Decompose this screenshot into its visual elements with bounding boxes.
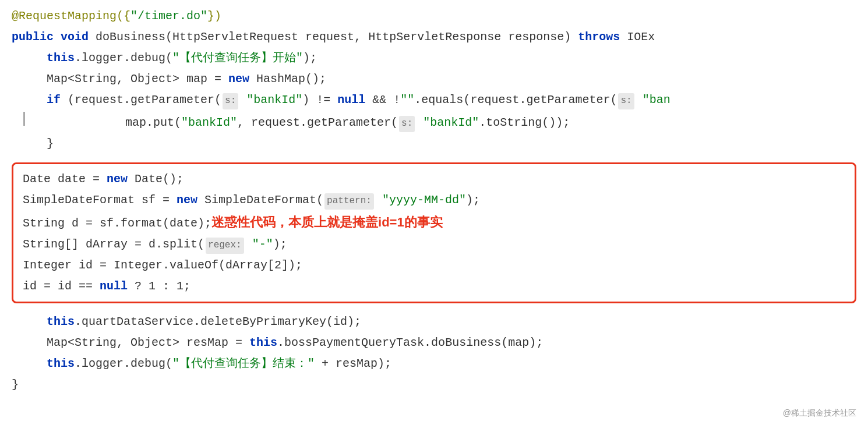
code-line-logger-start: this.logger.debug("【代付查询任务】开始"); [12,48,856,69]
code-line-close-method: } [12,374,856,395]
code-line-map: Map<String, Object> map = new HashMap(); [12,69,856,90]
kw-null-ternary: null [100,277,128,296]
code-line-logger-end: this.logger.debug("【代付查询任务】结束：" + resMap… [12,353,856,374]
code-line-method-sig: public void doBusiness(HttpServletReques… [12,27,856,48]
pipe-bar [23,112,25,126]
string-start: "【代付查询任务】开始" [172,49,303,68]
string-bankId-3: "bankId" [423,114,479,132]
code-line-pipe: map.put("bankId", request.getParameter(s… [12,111,856,133]
kw-this-3: this [249,334,277,352]
annotation-text: @RequestMapping({ [12,7,130,26]
string-bankId-1: "bankId" [246,91,302,109]
kw-this-1: this [47,49,75,68]
kw-void: void [61,28,89,47]
code-line-delete: this.quartDataService.deleteByPrimaryKey… [12,311,856,332]
kw-this-4: this [47,355,75,373]
string-empty: "" [400,91,414,109]
kw-new-date: new [107,170,128,189]
watermark: @稀土掘金技术社区 [783,406,856,419]
code-line-annotation: @RequestMapping({"/timer.do"}) [12,6,856,27]
string-bankId-2: "bankId" [181,114,237,132]
code-line-if: if (request.getParameter(s: "bankId") !=… [12,90,856,111]
box-line-date: Date date = new Date(); [23,169,845,190]
highlighted-code-box: Date date = new Date(); SimpleDateFormat… [12,162,856,303]
box-line-split: String[] dArray = d.split(regex: "-"); [23,234,845,255]
string-dash: "-" [252,235,273,254]
param-s-1: s: [223,93,238,109]
code-container: @RequestMapping({"/timer.do"}) public vo… [0,0,868,425]
kw-this-2: this [47,313,75,331]
string-ban: "ban [643,91,671,109]
string-end: "【代付查询任务】结束：" [172,355,315,373]
param-s-3: s: [399,116,415,132]
param-s-2: s: [618,93,634,109]
kw-if: if [47,91,61,109]
box-line-valueof: Integer id = Integer.valueOf(dArray[2]); [23,255,845,276]
code-line-resmap: Map<String, Object> resMap = this.bossPa… [12,332,856,353]
box-line-format: String d = sf.format(date);迷惑性代码，本质上就是掩盖… [23,211,845,234]
kw-null-1: null [337,91,365,109]
chinese-comment: 迷惑性代码，本质上就是掩盖id=1的事实 [211,212,443,232]
box-line-sdf: SimpleDateFormat sf = new SimpleDateForm… [23,190,845,211]
kw-new-1: new [228,70,249,88]
box-line-id-assign: id = id == null ? 1 : 1; [23,276,845,297]
kw-public: public [12,28,54,47]
string-timer: "/timer.do" [130,7,207,26]
kw-new-sdf: new [177,191,197,210]
kw-throws: throws [578,28,620,47]
annotation-close: }) [207,7,221,26]
param-regex: regex: [206,238,244,254]
param-pattern: pattern: [324,193,374,210]
string-date-pattern: "yyyy-MM-dd" [382,191,466,210]
code-line-close-if: } [12,133,856,154]
